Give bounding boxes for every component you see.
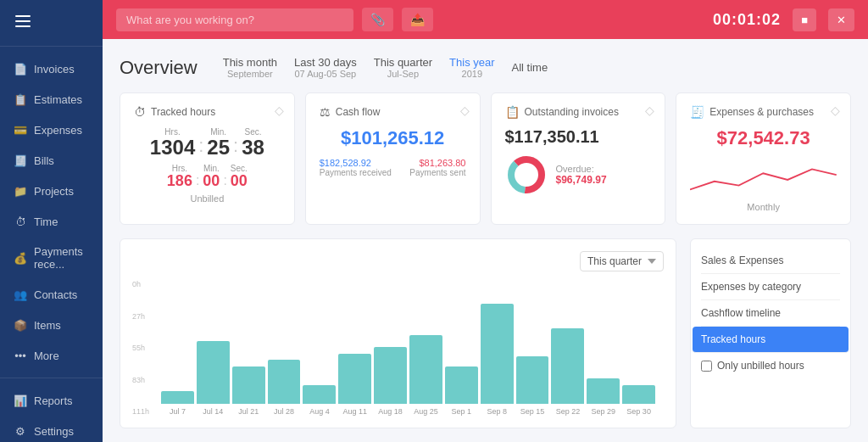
time-icon: ⏱ xyxy=(14,215,27,228)
bar-label: Sep 22 xyxy=(556,407,581,416)
bar-group: Sep 29 xyxy=(587,378,620,416)
bar-label: Sep 8 xyxy=(487,407,507,416)
cash-flow-card: ⚖ Cash flow ◇ $101,265.12 $182,528.92 Pa… xyxy=(305,92,481,225)
sidebar-bottom: 📊Reports ⚙Settings xyxy=(0,378,103,442)
expenses-purchases-card: 🧾 Expenses & purchases ◇ $72,542.73 Mont… xyxy=(676,92,851,225)
y-axis: 111h 83h 55h 27h 0h xyxy=(132,280,153,416)
sidebar-logo xyxy=(0,0,103,47)
bar-group: Aug 11 xyxy=(338,354,371,416)
close-timer-button[interactable]: ✕ xyxy=(828,8,854,31)
bar-group: Sep 30 xyxy=(622,385,655,416)
sidebar-item-reports[interactable]: 📊Reports xyxy=(0,385,103,416)
overview-header: Overview This month September Last 30 da… xyxy=(120,56,851,79)
bar xyxy=(445,366,478,404)
bar xyxy=(303,385,336,404)
sidebar-item-time[interactable]: ⏱Time xyxy=(0,206,103,237)
sidebar: 📄Invoices 📋Estimates 💳Expenses 🧾Bills 📁P… xyxy=(0,0,103,442)
tracked-hours-card: ⏱ Tracked hours ◇ Hrs. 1304 : Min. 25 : xyxy=(120,92,295,225)
bar-group: Jul 21 xyxy=(232,366,265,416)
bar-group: Aug 4 xyxy=(303,385,336,416)
bar-label: Sep 15 xyxy=(520,407,545,416)
period-last-30[interactable]: Last 30 days 07 Aug-05 Sep xyxy=(294,56,357,79)
unbilled-hours-checkbox[interactable] xyxy=(701,361,712,372)
sidebar-item-projects[interactable]: 📁Projects xyxy=(0,176,103,206)
bar-label: Sep 1 xyxy=(452,407,472,416)
bar-label: Sep 30 xyxy=(626,407,651,416)
svg-rect-0 xyxy=(15,15,31,17)
bar-group: Sep 15 xyxy=(516,356,549,416)
bar xyxy=(268,360,301,404)
bar-label: Aug 18 xyxy=(378,407,403,416)
topbar: 📎 📤 00:01:02 ■ ✕ xyxy=(103,0,868,39)
bills-icon: 🧾 xyxy=(14,154,27,167)
send-button[interactable]: 📤 xyxy=(402,8,433,31)
unbilled-hours-checkbox-item: Only unbilled hours xyxy=(701,353,840,378)
cards-row: ⏱ Tracked hours ◇ Hrs. 1304 : Min. 25 : xyxy=(120,92,851,225)
bar xyxy=(161,391,194,404)
period-all-time[interactable]: All time xyxy=(512,61,548,74)
sidebar-item-bills[interactable]: 🧾Bills xyxy=(0,145,103,176)
bar-group: Jul 7 xyxy=(161,391,194,416)
bar xyxy=(374,347,407,404)
bar xyxy=(622,385,655,404)
timer-display: 00:01:02 xyxy=(713,11,781,29)
more-icon: ••• xyxy=(14,349,27,362)
expenses-purchases-icon: 🧾 xyxy=(690,105,704,119)
cashflow-icon: ⚖ xyxy=(320,105,331,119)
content-area: Overview This month September Last 30 da… xyxy=(103,39,868,442)
bar xyxy=(587,378,620,404)
sparkline-chart xyxy=(690,156,837,199)
bar-label: Aug 4 xyxy=(309,407,330,416)
bar-group: Aug 18 xyxy=(374,347,407,416)
pin-outstanding-icon[interactable]: ◇ xyxy=(645,104,654,117)
invoices-icon: 📄 xyxy=(14,62,27,76)
estimates-icon: 📋 xyxy=(14,92,27,106)
right-panel: Sales & Expenses Expenses by category Ca… xyxy=(690,238,851,428)
sidebar-item-expenses[interactable]: 💳Expenses xyxy=(0,115,103,145)
projects-icon: 📁 xyxy=(14,184,27,198)
sidebar-item-invoices[interactable]: 📄Invoices xyxy=(0,53,103,84)
bar-label: Jul 28 xyxy=(274,407,294,416)
bar-chart: Jul 7Jul 14Jul 21Jul 28Aug 4Aug 11Aug 18… xyxy=(153,280,664,416)
bar-group: Sep 8 xyxy=(481,304,514,416)
panel-item-cashflow-timeline[interactable]: Cashflow timeline xyxy=(701,300,840,327)
expenses-icon: 💳 xyxy=(14,123,27,137)
pin-cashflow-icon[interactable]: ◇ xyxy=(460,104,470,117)
pin-tracked-icon[interactable]: ◇ xyxy=(275,104,284,117)
reports-icon: 📊 xyxy=(14,394,27,407)
bar xyxy=(551,328,584,404)
pin-expenses-icon[interactable]: ◇ xyxy=(831,104,840,117)
sidebar-item-items[interactable]: 📦Items xyxy=(0,310,103,340)
sidebar-item-more[interactable]: •••More xyxy=(0,340,103,371)
main-content: 📎 📤 00:01:02 ■ ✕ Overview This month Sep… xyxy=(103,0,868,442)
bar-group: Jul 28 xyxy=(268,360,301,416)
sidebar-item-estimates[interactable]: 📋Estimates xyxy=(0,84,103,115)
bar xyxy=(197,341,230,404)
outstanding-invoices-card: 📋 Outstanding invoices ◇ $117,350.11 Ove… xyxy=(491,92,666,225)
sidebar-item-settings[interactable]: ⚙Settings xyxy=(0,416,103,442)
quarter-select[interactable]: This quarter xyxy=(580,251,664,271)
panel-item-expenses-category[interactable]: Expenses by category xyxy=(701,274,840,300)
bottom-section: This quarter 111h 83h 55h 27h 0h Jul 7Ju… xyxy=(120,238,851,428)
bar xyxy=(481,304,514,404)
donut-chart xyxy=(505,154,548,196)
attach-button[interactable]: 📎 xyxy=(362,8,393,31)
panel-item-tracked-hours[interactable]: Tracked hours xyxy=(693,327,849,353)
panel-item-sales-expenses[interactable]: Sales & Expenses xyxy=(701,248,840,274)
search-input[interactable] xyxy=(116,8,353,31)
sidebar-nav: 📄Invoices 📋Estimates 💳Expenses 🧾Bills 📁P… xyxy=(0,47,103,378)
bar-label: Aug 25 xyxy=(414,407,438,416)
logo-icon xyxy=(14,12,32,31)
sidebar-item-contacts[interactable]: 👥Contacts xyxy=(0,279,103,310)
svg-rect-2 xyxy=(15,25,31,27)
bar-label: Aug 11 xyxy=(342,407,367,416)
period-this-year[interactable]: This year 2019 xyxy=(449,56,494,79)
bar xyxy=(232,366,265,404)
sidebar-item-payments[interactable]: 💰Payments rece... xyxy=(0,237,103,279)
stop-timer-button[interactable]: ■ xyxy=(793,8,816,31)
unbilled-hours-label: Only unbilled hours xyxy=(717,360,804,372)
period-this-quarter[interactable]: This quarter Jul-Sep xyxy=(374,56,432,79)
settings-icon: ⚙ xyxy=(14,424,27,438)
period-this-month[interactable]: This month September xyxy=(223,56,277,79)
bar-label: Jul 14 xyxy=(203,407,223,416)
